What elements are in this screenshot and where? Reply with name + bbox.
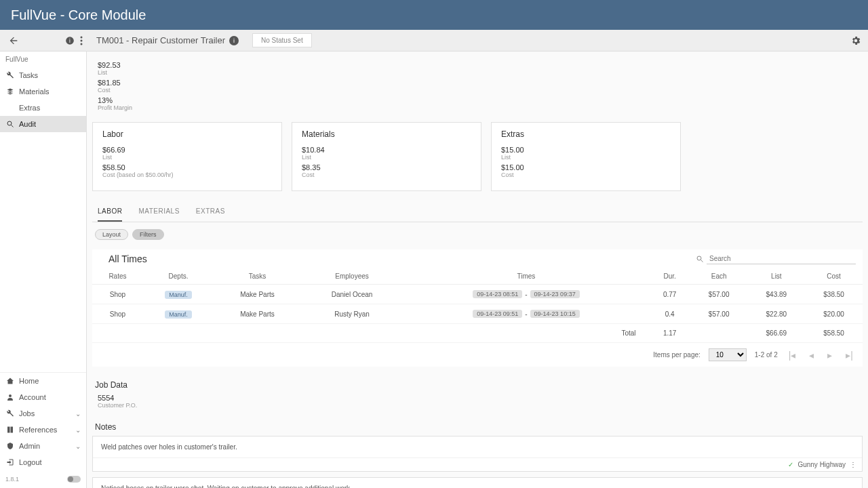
svg-line-6 [12, 125, 14, 127]
check-icon: ✓ [788, 461, 793, 468]
svg-point-7 [9, 394, 12, 397]
sidebar-item-jobs[interactable]: Jobs ⌄ [0, 405, 86, 422]
svg-point-8 [697, 256, 701, 260]
sidebar-item-admin[interactable]: Admin ⌄ [0, 438, 86, 454]
wrench-icon [5, 70, 15, 80]
info-icon[interactable]: i [65, 36, 75, 45]
theme-toggle[interactable] [67, 476, 81, 483]
job-title: TM001 - Repair Customer Trailer [96, 35, 225, 45]
main-content: $92.53List $81.85Cost 13%Profit Margin L… [87, 52, 868, 488]
tab-materials[interactable]: MATERIALS [138, 202, 179, 222]
page-range: 1-2 of 2 [755, 351, 778, 359]
jobdata-title: Job Data [95, 380, 863, 390]
svg-point-3 [81, 39, 83, 41]
summary-cost-val: $81.85 [98, 79, 857, 87]
svg-point-5 [7, 121, 12, 125]
sidebar: FullVue Tasks Materials Extras Audit Hom… [0, 52, 87, 488]
note-item: Weld patches over holes in customer's tr… [92, 436, 863, 472]
note-item: Noticed hoses on trailer were shot. Wait… [92, 477, 863, 488]
chip-filters[interactable]: Filters [132, 229, 164, 240]
user-icon [5, 392, 15, 402]
search-input[interactable] [707, 253, 856, 264]
wrench-icon [5, 409, 15, 418]
items-per-page-select[interactable]: 10 [709, 348, 747, 361]
next-page-button[interactable]: ▸ [825, 350, 835, 361]
sidebar-item-account[interactable]: Account [0, 389, 86, 405]
table-row[interactable]: Shop Manuf. Make Parts Daniel Ocean 09-1… [92, 285, 863, 304]
chevron-down-icon: ⌄ [75, 426, 81, 434]
home-icon [5, 376, 15, 386]
cubes-icon [5, 87, 15, 96]
book-icon [5, 425, 15, 434]
gear-icon[interactable] [850, 35, 861, 46]
total-row: Total 1.17 $66.69 $58.50 [92, 324, 863, 343]
sidebar-item-materials[interactable]: Materials [0, 83, 86, 100]
search-icon [5, 119, 15, 129]
logout-icon [5, 458, 15, 467]
sidebar-item-references[interactable]: References ⌄ [0, 422, 86, 438]
svg-text:i: i [69, 37, 71, 43]
last-page-button[interactable]: ▸| [843, 350, 856, 361]
more-icon[interactable] [80, 36, 83, 45]
summary-list-val: $92.53 [98, 61, 857, 69]
prev-page-button[interactable]: ◂ [806, 350, 816, 361]
sidebar-label: FullVue [0, 52, 86, 67]
card-materials: Materials $10.84List $8.35Cost [292, 122, 481, 191]
sidebar-item-home[interactable]: Home [0, 373, 86, 389]
sidebar-item-audit[interactable]: Audit [0, 116, 86, 132]
sidebar-item-extras[interactable]: Extras [0, 100, 86, 116]
note-more-icon[interactable]: ⋮ [850, 461, 856, 468]
job-info-icon[interactable]: i [229, 36, 239, 45]
chip-layout[interactable]: Layout [95, 229, 128, 240]
subheader: i TM001 - Repair Customer Trailer i No S… [0, 30, 868, 52]
search-icon[interactable] [696, 255, 704, 263]
tab-labor[interactable]: LABOR [98, 202, 122, 222]
table-title: All Times [108, 253, 147, 264]
shield-icon [5, 441, 15, 451]
svg-line-9 [701, 260, 703, 262]
times-table: Rates Depts. Tasks Employees Times Dur. … [92, 268, 863, 343]
tab-extras[interactable]: EXTRAS [196, 202, 225, 222]
sidebar-item-tasks[interactable]: Tasks [0, 67, 86, 83]
app-title: FullVue - Core Module [11, 7, 146, 23]
svg-point-4 [81, 43, 83, 45]
summary-margin-val: 13% [98, 96, 857, 104]
sidebar-item-logout[interactable]: Logout [0, 454, 86, 470]
card-extras: Extras $15.00List $15.00Cost [491, 122, 681, 191]
chevron-down-icon: ⌄ [75, 443, 81, 450]
notes-title: Notes [95, 422, 863, 432]
app-header: FullVue - Core Module [0, 0, 868, 30]
status-chip[interactable]: No Status Set [252, 33, 312, 47]
star-icon [5, 103, 15, 113]
chevron-down-icon: ⌄ [75, 410, 81, 418]
table-row[interactable]: Shop Manuf. Make Parts Rusty Ryan 09-14-… [92, 304, 863, 324]
version-label: 1.8.1 [5, 476, 19, 483]
back-button[interactable] [5, 33, 22, 49]
first-page-button[interactable]: |◂ [786, 350, 799, 361]
svg-point-2 [81, 36, 83, 38]
card-labor: Labor $66.69List $58.50Cost (based on $5… [92, 122, 282, 191]
